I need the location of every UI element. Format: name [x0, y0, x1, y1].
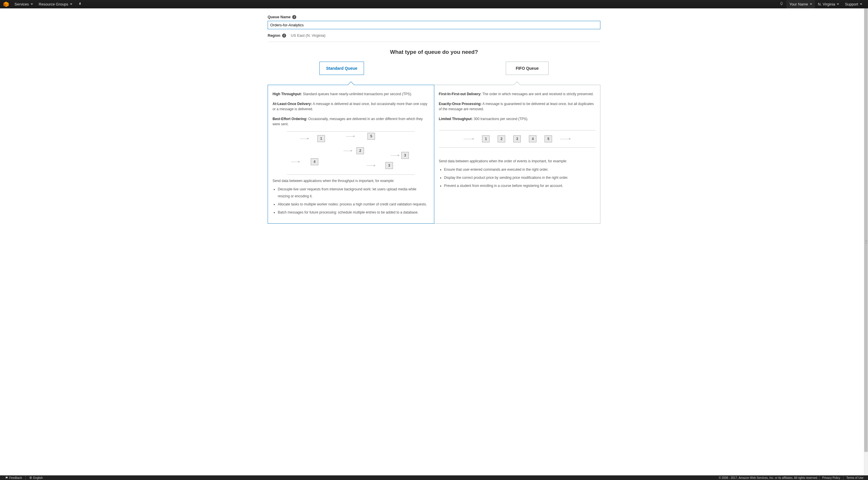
notifications-button[interactable] [777, 0, 786, 8]
msg-box: 5 [368, 133, 375, 140]
msg-box: 2 [498, 135, 505, 142]
msg-box: 5 [545, 135, 552, 142]
pin-button[interactable] [75, 0, 85, 8]
cube-icon [3, 1, 9, 7]
list-item: Ensure that user-entered commands are ex… [444, 166, 596, 173]
msg-box: 3 [401, 152, 409, 159]
fifo-queue-panel: First-In-First-out Delivery: The order i… [434, 85, 601, 224]
top-navbar: Services Resource Groups Your Name N. Vi… [0, 0, 868, 8]
queue-name-input[interactable] [268, 21, 600, 29]
msg-box: 4 [311, 158, 318, 165]
list-item: Decouple live user requests from intensi… [278, 186, 429, 200]
queue-type-buttons: Standard Queue FIFO Queue [268, 62, 600, 75]
pin-icon [78, 2, 82, 7]
services-label: Services [14, 2, 29, 6]
list-item: Allocate tasks to multiple worker nodes:… [278, 201, 429, 208]
queue-name-label: Queue Name i [268, 15, 296, 19]
arrow-icon [367, 165, 375, 166]
chevron-down-icon [31, 3, 33, 5]
arrow-up-icon [514, 82, 521, 88]
fifo-queue-button[interactable]: FIFO Queue [506, 62, 549, 75]
standard-feature-throughput: High Throughput: Standard queues have ne… [273, 91, 429, 97]
region-label: Region i [268, 33, 286, 38]
fifo-usecase-list: Ensure that user-entered commands are ex… [444, 166, 596, 189]
account-menu[interactable]: Your Name [786, 0, 815, 8]
arrow-icon [560, 139, 570, 139]
msg-box: 4 [529, 135, 536, 142]
list-item: Prevent a student from enrolling in a co… [444, 182, 596, 189]
queue-name-field: Queue Name i [268, 15, 600, 29]
fifo-feature-delivery: First-In-First-out Delivery: The order i… [439, 91, 596, 97]
chevron-down-icon [810, 3, 812, 5]
arrow-icon [391, 155, 399, 156]
support-menu[interactable]: Support [842, 0, 865, 8]
resource-groups-menu[interactable]: Resource Groups [36, 0, 75, 8]
region-row: Region i US East (N. Virginia) [268, 33, 600, 38]
msg-box: 2 [356, 147, 364, 154]
standard-queue-panel: High Throughput: Standard queues have ne… [268, 85, 434, 224]
info-icon[interactable]: i [282, 34, 286, 38]
fifo-usecase-intro: Send data between applications when the … [439, 159, 596, 163]
msg-box: 3 [385, 162, 393, 169]
region-value: US East (N. Virginia) [291, 33, 326, 38]
fifo-diagram: 1 2 3 4 5 [439, 130, 596, 148]
services-menu[interactable]: Services [11, 0, 36, 8]
username-label: Your Name [789, 2, 808, 6]
region-menu[interactable]: N. Virginia [815, 0, 842, 8]
standard-queue-button[interactable]: Standard Queue [319, 62, 364, 75]
aws-logo-icon[interactable] [3, 1, 9, 7]
queue-type-heading: What type of queue do you need? [268, 49, 600, 55]
list-item: Display the correct product price by sen… [444, 174, 596, 181]
arrow-icon [464, 139, 474, 139]
standard-feature-ordering: Best-Effort Ordering: Occasionally, mess… [273, 116, 429, 127]
standard-usecase-intro: Send data between applications when the … [273, 179, 429, 183]
standard-diagram: 1 5 2 3 4 3 [287, 131, 415, 175]
divider [268, 42, 600, 42]
support-label: Support [845, 2, 858, 6]
region-label: N. Virginia [818, 2, 835, 6]
msg-box: 1 [482, 135, 490, 142]
arrow-up-icon [347, 82, 354, 88]
msg-box: 3 [513, 135, 521, 142]
list-item: Batch messages for future processing: sc… [278, 209, 429, 216]
msg-box: 1 [317, 135, 325, 142]
arrow-icon [291, 162, 300, 162]
resource-groups-label: Resource Groups [39, 2, 68, 6]
fifo-feature-throughput: Limited Throughput: 300 transactions per… [439, 116, 596, 122]
info-icon[interactable]: i [292, 15, 296, 19]
arrow-icon [300, 138, 309, 139]
queue-compare-row: High Throughput: Standard queues have ne… [268, 85, 600, 224]
chevron-down-icon [837, 3, 839, 5]
chevron-down-icon [860, 3, 862, 5]
fifo-feature-processing: Exactly-Once Processing: A message is gu… [439, 101, 596, 112]
bell-icon [779, 2, 783, 7]
chevron-down-icon [70, 3, 72, 5]
standard-feature-delivery: At-Least-Once Delivery: A message is del… [273, 101, 429, 112]
standard-usecase-list: Decouple live user requests from intensi… [278, 186, 429, 216]
